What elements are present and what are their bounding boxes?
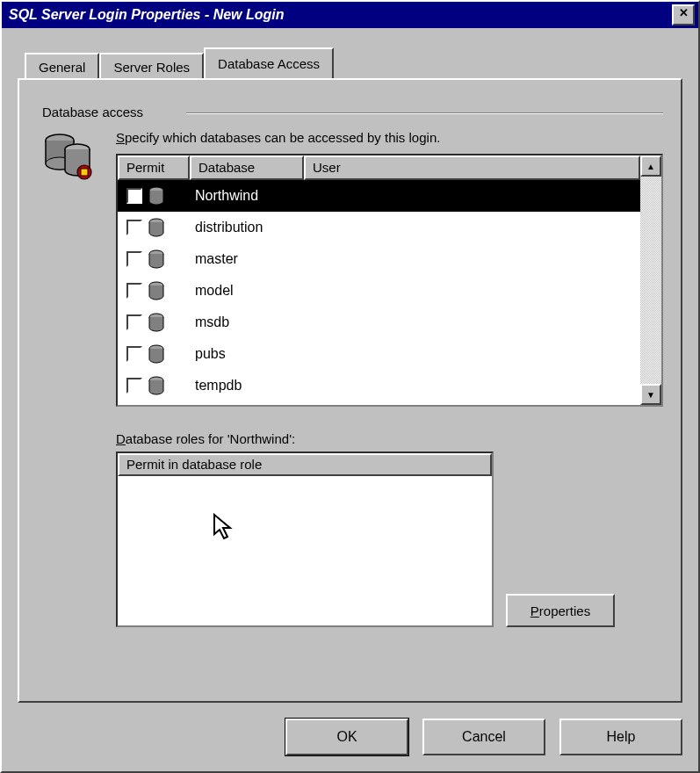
permit-checkbox[interactable]: [126, 378, 142, 394]
database-access-grid[interactable]: Permit Database User Northwinddistributi…: [116, 154, 663, 407]
grid-header: Permit Database User: [118, 155, 640, 180]
database-row-icon: [148, 376, 165, 395]
permit-checkbox[interactable]: [126, 283, 142, 299]
database-row-icon: [148, 313, 165, 332]
instruction-text: Specify which databases can be accessed …: [116, 130, 663, 145]
roles-row: Permit in database role Properties: [116, 452, 663, 627]
table-row[interactable]: model: [118, 275, 640, 307]
properties-hotkey: P: [530, 603, 539, 618]
close-button[interactable]: ✕: [672, 4, 695, 25]
cell-permit: [118, 249, 190, 269]
database-row-icon: [148, 344, 165, 364]
database-icon: [42, 130, 95, 183]
ok-button[interactable]: OK: [285, 719, 408, 755]
database-row-icon: [148, 249, 165, 269]
window-title: SQL Server Login Properties - New Login: [5, 7, 672, 23]
roles-side: Properties: [506, 452, 615, 627]
cancel-button[interactable]: Cancel: [422, 719, 545, 755]
cell-database: msdb: [190, 314, 309, 330]
col-header-database[interactable]: Database: [190, 155, 304, 180]
cell-database: tempdb: [190, 378, 309, 394]
tab-page-database-access: Database access Speci: [18, 78, 682, 703]
cell-database: Northwind: [190, 188, 309, 204]
col-header-permit[interactable]: Permit: [118, 155, 190, 180]
cell-database: distribution: [190, 220, 309, 235]
dialog-button-row: OK Cancel Help: [18, 719, 682, 755]
table-row[interactable]: master: [118, 243, 640, 275]
grid-rows: Northwinddistributionmastermodelmsdbpubs…: [118, 180, 640, 405]
group-divider: [186, 112, 663, 114]
table-row[interactable]: distribution: [118, 212, 640, 243]
tabstrip: General Server Roles Database Access: [25, 47, 682, 78]
table-row[interactable]: msdb: [118, 307, 640, 338]
instruction-rest: pecify which databases can be accessed b…: [125, 130, 440, 145]
permit-checkbox[interactable]: [126, 251, 142, 267]
instruction-hotkey: S: [116, 130, 125, 145]
properties-rest: roperties: [539, 603, 590, 618]
database-row-icon: [148, 281, 165, 300]
cell-permit: [118, 186, 190, 206]
cell-permit: [118, 376, 190, 395]
scroll-track[interactable]: [640, 177, 661, 384]
cursor-icon: [213, 513, 237, 541]
roles-header: Permit in database role: [118, 453, 492, 476]
table-row[interactable]: tempdb: [118, 370, 640, 401]
cell-database: model: [190, 283, 309, 299]
database-row-icon: [148, 218, 165, 237]
roles-hotkey: D: [116, 431, 126, 446]
properties-button[interactable]: Properties: [506, 594, 615, 627]
cell-permit: [118, 281, 190, 300]
grid-scrollbar[interactable]: [640, 155, 661, 405]
permit-checkbox[interactable]: [126, 314, 142, 330]
roles-label-rest: atabase roles for 'Northwind':: [126, 431, 295, 446]
permit-checkbox[interactable]: [126, 188, 142, 204]
cell-database: pubs: [190, 346, 309, 362]
grid-body: Permit Database User Northwinddistributi…: [118, 155, 640, 405]
roles-label: Database roles for 'Northwind':: [116, 431, 663, 446]
scroll-up-button[interactable]: [640, 155, 661, 177]
database-icon-large: [37, 130, 116, 627]
access-body: Specify which databases can be accessed …: [116, 130, 663, 627]
table-row[interactable]: Northwind: [118, 180, 640, 212]
database-row-icon: [148, 186, 165, 206]
table-row[interactable]: pubs: [118, 338, 640, 370]
cell-permit: [118, 313, 190, 332]
roles-listbox[interactable]: Permit in database role: [116, 452, 494, 627]
titlebar: SQL Server Login Properties - New Login …: [2, 2, 698, 28]
permit-checkbox[interactable]: [126, 346, 142, 362]
scroll-down-button[interactable]: [640, 384, 661, 405]
help-button[interactable]: Help: [559, 719, 682, 755]
access-row: Specify which databases can be accessed …: [37, 130, 663, 627]
cell-database: master: [190, 251, 309, 267]
client-area: General Server Roles Database Access Dat…: [2, 28, 698, 771]
svg-rect-4: [81, 169, 88, 176]
dialog-window: SQL Server Login Properties - New Login …: [0, 0, 700, 773]
cell-permit: [118, 218, 190, 237]
tab-server-roles[interactable]: Server Roles: [99, 53, 204, 80]
tab-database-access[interactable]: Database Access: [204, 47, 334, 78]
col-header-user[interactable]: User: [304, 155, 640, 180]
group-title: Database access: [40, 105, 143, 119]
tab-general[interactable]: General: [25, 53, 99, 80]
permit-checkbox[interactable]: [126, 220, 142, 235]
cell-permit: [118, 344, 190, 364]
